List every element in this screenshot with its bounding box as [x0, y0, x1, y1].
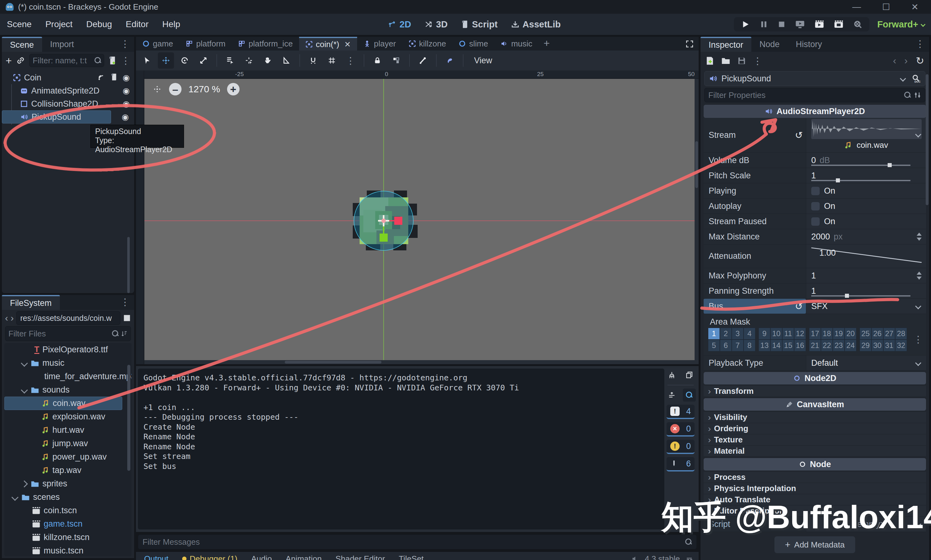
- zoom-out-button[interactable]: –: [169, 83, 182, 95]
- viewport-hscrollbar[interactable]: [145, 360, 699, 364]
- lock-button[interactable]: [369, 52, 386, 69]
- zoom-level[interactable]: 1270 %: [188, 84, 220, 94]
- group-ordering[interactable]: Ordering: [704, 423, 926, 434]
- area-mask-bit-16[interactable]: 16: [794, 340, 806, 351]
- filesystem-filter-input[interactable]: [8, 329, 109, 338]
- group-material[interactable]: Material: [704, 446, 926, 457]
- pause-button[interactable]: [759, 20, 768, 29]
- visibility-eye-icon[interactable]: ◉: [123, 99, 130, 109]
- group-transform[interactable]: Transform: [704, 386, 926, 397]
- scene-tab-slime[interactable]: slime: [452, 37, 494, 51]
- visibility-eye-icon[interactable]: ◉: [123, 73, 130, 83]
- renderer-selector[interactable]: Forward+: [877, 19, 925, 29]
- area-mask-bit-6[interactable]: 6: [720, 340, 732, 351]
- inspector-scrollbar[interactable]: [926, 74, 928, 205]
- log-search-button[interactable]: [683, 389, 696, 402]
- file-row[interactable]: tap.wav: [5, 464, 132, 477]
- spinner-icon[interactable]: [917, 232, 922, 241]
- pan-tool-button[interactable]: [260, 52, 276, 69]
- script-attached-icon[interactable]: [111, 73, 118, 81]
- area-mask-bit-31[interactable]: 31: [883, 340, 895, 351]
- 2d-viewport[interactable]: -25 0 25 50: [136, 71, 699, 364]
- scene-dock-menu-icon[interactable]: ⋮: [120, 38, 130, 49]
- bottom-tab-shader-editor[interactable]: Shader Editor: [330, 554, 391, 560]
- group-process[interactable]: Process: [704, 472, 926, 483]
- filesystem-scrollbar[interactable]: [127, 365, 130, 471]
- area-mask-bit-17[interactable]: 17: [809, 328, 821, 340]
- save-resource-button[interactable]: [737, 57, 746, 65]
- file-row[interactable]: hurt.wav: [5, 423, 132, 437]
- scene-tree-row-coin[interactable]: Coin ◉: [2, 71, 134, 84]
- panning-strength-slider[interactable]: [811, 295, 910, 297]
- attenuation-curve[interactable]: 1.00: [806, 245, 926, 268]
- minimize-button[interactable]: —: [852, 2, 861, 12]
- stream-resource-picker[interactable]: coin.wav: [806, 118, 926, 152]
- area-mask-bit-30[interactable]: 30: [871, 340, 883, 351]
- log-filter-errors-badge[interactable]: ×0: [666, 422, 695, 437]
- expand-viewport-icon[interactable]: [686, 40, 694, 48]
- collapse-log-button[interactable]: [665, 389, 679, 402]
- tab-node[interactable]: Node: [751, 37, 788, 52]
- ruler-tool-button[interactable]: [278, 52, 294, 69]
- resource-path[interactable]: res://assets/sounds/coin.w: [16, 311, 120, 325]
- close-tab-icon[interactable]: ✕: [344, 40, 351, 49]
- group-physics-interpolation[interactable]: Physics Interpolation: [704, 483, 926, 494]
- visibility-eye-icon[interactable]: ◉: [122, 112, 129, 122]
- bottom-tab-animation[interactable]: Animation: [280, 554, 328, 560]
- scene-tab-game[interactable]: game: [136, 37, 179, 51]
- sort-icon[interactable]: [121, 329, 128, 338]
- panning-strength-field[interactable]: 1: [806, 283, 926, 298]
- volume-db-field[interactable]: 0dB: [806, 153, 926, 168]
- area-mask-bit-26[interactable]: 26: [871, 328, 883, 340]
- center-view-icon[interactable]: [152, 84, 162, 94]
- category-node[interactable]: Node: [704, 458, 926, 471]
- property-options-icon[interactable]: [914, 91, 921, 100]
- area-mask-bit-18[interactable]: 18: [821, 328, 833, 340]
- folder-row[interactable]: scenes: [5, 491, 132, 504]
- tab-3d[interactable]: 3D: [425, 19, 448, 29]
- spinner-icon[interactable]: [917, 272, 922, 280]
- class-header-audiostreamplayer2d[interactable]: AudioStreamPlayer2D: [704, 105, 926, 118]
- area-mask-bit-11[interactable]: 11: [782, 328, 794, 340]
- playing-checkbox[interactable]: On: [806, 183, 926, 198]
- file-row[interactable]: time_for_adventure.mp3: [5, 370, 132, 383]
- area-mask-bit-21[interactable]: 21: [809, 340, 821, 351]
- revert-icon[interactable]: ↺: [795, 130, 803, 141]
- area-mask-bit-10[interactable]: 10: [770, 328, 782, 340]
- play-scene-button[interactable]: [814, 20, 824, 29]
- folder-row[interactable]: sounds: [5, 383, 132, 397]
- file-row[interactable]: T PixelOperator8.ttf: [5, 343, 132, 356]
- log-filter-edits-badge[interactable]: 6: [666, 457, 695, 471]
- play-remote-button[interactable]: [795, 20, 805, 29]
- area-mask-bit-32[interactable]: 32: [895, 340, 907, 351]
- tab-filesystem[interactable]: FileSystem: [2, 295, 60, 310]
- visibility-eye-icon[interactable]: ◉: [123, 86, 130, 96]
- inspected-node-selector[interactable]: PickupSound DOC: [704, 71, 925, 86]
- movie-maker-button[interactable]: [853, 20, 862, 29]
- file-row[interactable]: game.tscn: [5, 517, 132, 531]
- max-distance-field[interactable]: 2000px: [806, 229, 926, 244]
- add-metadata-button[interactable]: +Add Metadata: [774, 536, 855, 553]
- y-axis-handle[interactable]: [380, 234, 388, 242]
- area-mask-bit-28[interactable]: 28: [895, 328, 907, 340]
- property-filter-input[interactable]: [708, 91, 901, 100]
- scene-tab-killzone[interactable]: killzone: [402, 37, 452, 51]
- copy-log-button[interactable]: [683, 369, 696, 382]
- group-auto-translate[interactable]: Auto Translate: [704, 494, 926, 505]
- tab-assetlib[interactable]: AssetLib: [511, 19, 560, 29]
- skeleton-button[interactable]: [415, 52, 431, 69]
- nav-back-icon[interactable]: ‹: [5, 313, 8, 323]
- log-filter-messages-badge[interactable]: !4: [666, 405, 695, 419]
- file-row-coin-wav[interactable]: coin.wav: [5, 397, 122, 410]
- bottom-tab-output[interactable]: Output: [138, 554, 174, 560]
- file-row[interactable]: power_up.wav: [5, 450, 132, 464]
- move-tool-button[interactable]: [158, 52, 174, 69]
- area-mask-bit-14[interactable]: 14: [770, 340, 782, 351]
- load-resource-button[interactable]: [721, 57, 731, 65]
- script-picker[interactable]: <empty>: [806, 517, 926, 532]
- file-row[interactable]: coin.tscn: [5, 504, 132, 517]
- scene-tree-row-animatedsprite2d[interactable]: AnimatedSprite2D ◉: [2, 84, 134, 97]
- checkbox-icon[interactable]: [811, 202, 820, 211]
- area-mask-bit-24[interactable]: 24: [845, 340, 856, 351]
- inspector-dock-menu-icon[interactable]: ⋮: [916, 38, 925, 49]
